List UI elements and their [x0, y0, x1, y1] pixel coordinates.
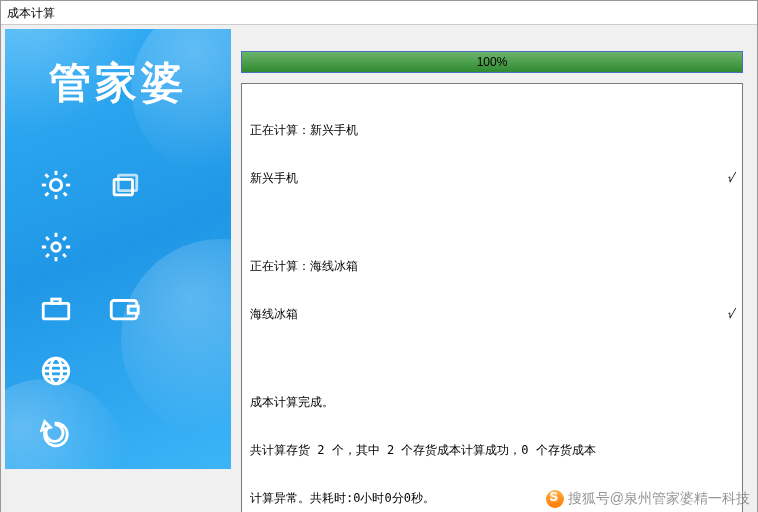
log-output[interactable]: 正在计算：新兴手机 新兴手机√ 正在计算：海线冰箱 海线冰箱√ 成本计算完成。 … — [241, 83, 743, 512]
progress-bar: 100% — [241, 51, 743, 73]
window-title: 成本计算 — [1, 1, 757, 25]
log-line: 计算异常。共耗时:0小时0分0秒。 — [250, 490, 734, 506]
globe-icon — [33, 345, 79, 397]
cost-calc-window: 成本计算 管家婆 — [0, 0, 758, 512]
svg-rect-9 — [114, 179, 132, 195]
sun-icon — [33, 159, 79, 211]
svg-line-5 — [45, 174, 48, 177]
log-line: 海线冰箱 — [250, 306, 704, 322]
brand-text: 管家婆 — [5, 55, 231, 111]
wallet-icon — [101, 283, 147, 335]
svg-rect-15 — [128, 306, 138, 313]
stack-icon — [101, 159, 147, 211]
check-mark-icon: √ — [704, 170, 734, 186]
svg-line-6 — [64, 193, 67, 196]
main-panel: 100% 正在计算：新兴手机 新兴手机√ 正在计算：海线冰箱 海线冰箱√ 成本计… — [235, 29, 753, 512]
svg-point-0 — [50, 179, 61, 190]
sidebar-icon-grid — [33, 159, 215, 469]
gear-icon — [33, 221, 79, 273]
svg-rect-10 — [118, 175, 136, 191]
progress-section: 100% — [241, 37, 743, 83]
window-body: 管家婆 — [1, 25, 757, 512]
svg-rect-13 — [52, 299, 61, 303]
svg-point-11 — [52, 243, 61, 252]
svg-line-7 — [45, 193, 48, 196]
progress-label: 100% — [477, 55, 508, 69]
log-line: 新兴手机 — [250, 170, 704, 186]
branding-sidebar: 管家婆 — [5, 29, 231, 469]
svg-rect-12 — [43, 303, 69, 319]
svg-line-8 — [64, 174, 67, 177]
check-mark-icon: √ — [704, 306, 734, 322]
log-line: 成本计算完成。 — [250, 394, 734, 410]
briefcase-icon — [33, 283, 79, 335]
log-line: 正在计算：海线冰箱 — [250, 258, 734, 274]
undo-icon — [33, 407, 79, 459]
log-line: 正在计算：新兴手机 — [250, 122, 734, 138]
log-line: 共计算存货 2 个，其中 2 个存货成本计算成功，0 个存货成本 — [250, 442, 734, 458]
